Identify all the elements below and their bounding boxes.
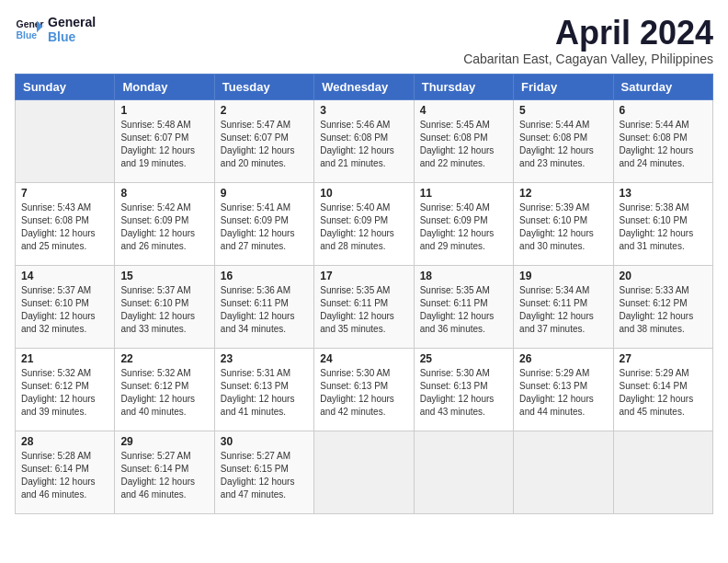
day-info: Sunrise: 5:35 AMSunset: 6:11 PMDaylight:… bbox=[420, 284, 507, 336]
day-number: 17 bbox=[320, 270, 407, 282]
day-number: 26 bbox=[519, 352, 607, 365]
month-title: April 2024 bbox=[463, 15, 713, 52]
calendar-cell: 23Sunrise: 5:31 AMSunset: 6:13 PMDayligh… bbox=[214, 348, 313, 431]
logo: General Blue General Blue bbox=[15, 15, 96, 44]
calendar-cell: 2Sunrise: 5:47 AMSunset: 6:07 PMDaylight… bbox=[214, 99, 313, 182]
logo-text-blue: Blue bbox=[48, 29, 96, 44]
calendar-cell: 10Sunrise: 5:40 AMSunset: 6:09 PMDayligh… bbox=[314, 182, 414, 265]
day-number: 1 bbox=[120, 104, 208, 117]
day-number: 15 bbox=[120, 270, 208, 282]
calendar-cell: 11Sunrise: 5:40 AMSunset: 6:09 PMDayligh… bbox=[414, 182, 513, 265]
day-number: 12 bbox=[519, 187, 607, 200]
calendar-cell: 30Sunrise: 5:27 AMSunset: 6:15 PMDayligh… bbox=[214, 431, 313, 513]
day-number: 30 bbox=[221, 435, 308, 448]
day-number: 4 bbox=[420, 104, 507, 117]
day-number: 7 bbox=[21, 187, 108, 200]
weekday-header-saturday: Saturday bbox=[613, 74, 712, 99]
calendar-week-5: 28Sunrise: 5:28 AMSunset: 6:14 PMDayligh… bbox=[16, 431, 713, 513]
weekday-header-friday: Friday bbox=[514, 74, 613, 99]
day-number: 10 bbox=[320, 187, 407, 200]
day-info: Sunrise: 5:38 AMSunset: 6:10 PMDaylight:… bbox=[620, 201, 707, 253]
day-info: Sunrise: 5:27 AMSunset: 6:14 PMDaylight:… bbox=[120, 450, 208, 501]
weekday-header-tuesday: Tuesday bbox=[214, 74, 313, 99]
day-number: 27 bbox=[620, 352, 707, 365]
calendar-cell: 16Sunrise: 5:36 AMSunset: 6:11 PMDayligh… bbox=[214, 265, 313, 348]
day-number: 18 bbox=[420, 270, 507, 282]
calendar-cell bbox=[613, 431, 712, 513]
day-info: Sunrise: 5:35 AMSunset: 6:11 PMDaylight:… bbox=[320, 284, 407, 336]
day-info: Sunrise: 5:30 AMSunset: 6:13 PMDaylight:… bbox=[320, 367, 407, 419]
day-info: Sunrise: 5:29 AMSunset: 6:14 PMDaylight:… bbox=[620, 367, 707, 419]
day-number: 5 bbox=[519, 104, 607, 117]
day-number: 13 bbox=[620, 187, 707, 200]
calendar-cell: 9Sunrise: 5:41 AMSunset: 6:09 PMDaylight… bbox=[214, 182, 313, 265]
weekday-header-wednesday: Wednesday bbox=[314, 74, 414, 99]
weekday-header-sunday: Sunday bbox=[16, 74, 115, 99]
calendar-cell: 20Sunrise: 5:33 AMSunset: 6:12 PMDayligh… bbox=[613, 265, 712, 348]
calendar-cell: 13Sunrise: 5:38 AMSunset: 6:10 PMDayligh… bbox=[613, 182, 712, 265]
calendar-cell: 6Sunrise: 5:44 AMSunset: 6:08 PMDaylight… bbox=[613, 99, 712, 182]
calendar-cell: 25Sunrise: 5:30 AMSunset: 6:13 PMDayligh… bbox=[414, 348, 513, 431]
day-number: 20 bbox=[620, 270, 707, 282]
calendar-cell: 8Sunrise: 5:42 AMSunset: 6:09 PMDaylight… bbox=[115, 182, 214, 265]
calendar-cell: 7Sunrise: 5:43 AMSunset: 6:08 PMDaylight… bbox=[16, 182, 115, 265]
day-number: 11 bbox=[420, 187, 507, 200]
day-info: Sunrise: 5:39 AMSunset: 6:10 PMDaylight:… bbox=[519, 201, 607, 253]
day-info: Sunrise: 5:31 AMSunset: 6:13 PMDaylight:… bbox=[221, 367, 308, 419]
day-info: Sunrise: 5:45 AMSunset: 6:08 PMDaylight:… bbox=[420, 119, 507, 170]
location-subtitle: Cabaritan East, Cagayan Valley, Philippi… bbox=[463, 52, 713, 66]
day-number: 9 bbox=[221, 187, 308, 200]
calendar-cell bbox=[16, 99, 115, 182]
logo-text-general: General bbox=[48, 15, 96, 29]
day-info: Sunrise: 5:46 AMSunset: 6:08 PMDaylight:… bbox=[320, 119, 407, 170]
day-number: 23 bbox=[221, 352, 308, 365]
day-info: Sunrise: 5:40 AMSunset: 6:09 PMDaylight:… bbox=[320, 201, 407, 253]
calendar-cell: 4Sunrise: 5:45 AMSunset: 6:08 PMDaylight… bbox=[414, 99, 513, 182]
calendar-cell: 19Sunrise: 5:34 AMSunset: 6:11 PMDayligh… bbox=[514, 265, 613, 348]
calendar-cell: 17Sunrise: 5:35 AMSunset: 6:11 PMDayligh… bbox=[314, 265, 414, 348]
svg-text:Blue: Blue bbox=[17, 30, 38, 40]
day-number: 29 bbox=[120, 435, 208, 448]
calendar-week-4: 21Sunrise: 5:32 AMSunset: 6:12 PMDayligh… bbox=[16, 348, 713, 431]
day-info: Sunrise: 5:37 AMSunset: 6:10 PMDaylight:… bbox=[21, 284, 108, 336]
page-header: General Blue General Blue April 2024 Cab… bbox=[15, 15, 713, 66]
day-number: 6 bbox=[620, 104, 707, 117]
day-info: Sunrise: 5:36 AMSunset: 6:11 PMDaylight:… bbox=[221, 284, 308, 336]
calendar-header-row: SundayMondayTuesdayWednesdayThursdayFrid… bbox=[16, 74, 713, 99]
day-info: Sunrise: 5:28 AMSunset: 6:14 PMDaylight:… bbox=[21, 450, 108, 501]
logo-icon: General Blue bbox=[15, 15, 44, 44]
day-number: 28 bbox=[21, 435, 108, 448]
calendar-cell bbox=[514, 431, 613, 513]
calendar-cell: 24Sunrise: 5:30 AMSunset: 6:13 PMDayligh… bbox=[314, 348, 414, 431]
calendar-cell: 5Sunrise: 5:44 AMSunset: 6:08 PMDaylight… bbox=[514, 99, 613, 182]
calendar-week-2: 7Sunrise: 5:43 AMSunset: 6:08 PMDaylight… bbox=[16, 182, 713, 265]
calendar-week-3: 14Sunrise: 5:37 AMSunset: 6:10 PMDayligh… bbox=[16, 265, 713, 348]
day-info: Sunrise: 5:32 AMSunset: 6:12 PMDaylight:… bbox=[120, 367, 208, 419]
day-info: Sunrise: 5:42 AMSunset: 6:09 PMDaylight:… bbox=[120, 201, 208, 253]
day-number: 16 bbox=[221, 270, 308, 282]
day-info: Sunrise: 5:43 AMSunset: 6:08 PMDaylight:… bbox=[21, 201, 108, 253]
day-info: Sunrise: 5:47 AMSunset: 6:07 PMDaylight:… bbox=[221, 119, 308, 170]
calendar-cell: 29Sunrise: 5:27 AMSunset: 6:14 PMDayligh… bbox=[115, 431, 214, 513]
day-info: Sunrise: 5:32 AMSunset: 6:12 PMDaylight:… bbox=[21, 367, 108, 419]
day-number: 3 bbox=[320, 104, 407, 117]
day-info: Sunrise: 5:29 AMSunset: 6:13 PMDaylight:… bbox=[519, 367, 607, 419]
calendar-cell bbox=[314, 431, 414, 513]
calendar-cell: 27Sunrise: 5:29 AMSunset: 6:14 PMDayligh… bbox=[613, 348, 712, 431]
weekday-header-thursday: Thursday bbox=[414, 74, 513, 99]
day-number: 25 bbox=[420, 352, 507, 365]
day-info: Sunrise: 5:33 AMSunset: 6:12 PMDaylight:… bbox=[620, 284, 707, 336]
day-number: 19 bbox=[519, 270, 607, 282]
calendar-cell: 21Sunrise: 5:32 AMSunset: 6:12 PMDayligh… bbox=[16, 348, 115, 431]
calendar-week-1: 1Sunrise: 5:48 AMSunset: 6:07 PMDaylight… bbox=[16, 99, 713, 182]
day-info: Sunrise: 5:40 AMSunset: 6:09 PMDaylight:… bbox=[420, 201, 507, 253]
calendar-cell: 18Sunrise: 5:35 AMSunset: 6:11 PMDayligh… bbox=[414, 265, 513, 348]
day-number: 8 bbox=[120, 187, 208, 200]
day-number: 21 bbox=[21, 352, 108, 365]
day-info: Sunrise: 5:37 AMSunset: 6:10 PMDaylight:… bbox=[120, 284, 208, 336]
weekday-header-monday: Monday bbox=[115, 74, 214, 99]
day-number: 2 bbox=[221, 104, 308, 117]
calendar-cell: 14Sunrise: 5:37 AMSunset: 6:10 PMDayligh… bbox=[16, 265, 115, 348]
day-info: Sunrise: 5:30 AMSunset: 6:13 PMDaylight:… bbox=[420, 367, 507, 419]
title-area: April 2024 Cabaritan East, Cagayan Valle… bbox=[463, 15, 713, 66]
